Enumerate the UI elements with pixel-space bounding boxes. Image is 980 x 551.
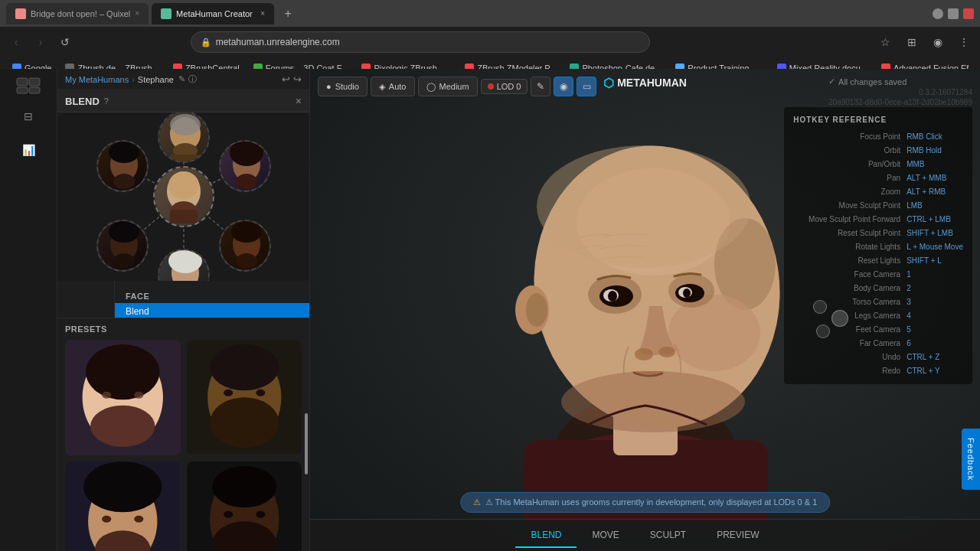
hotkey-key-focus: RMB Click [906,130,942,144]
preset-item-1[interactable] [65,340,181,455]
lod-label: LOD 0 [497,82,521,91]
blend-help-icon[interactable]: ? [104,96,109,106]
address-text: metahuman.unrealengine.com [216,37,340,47]
undo-btn[interactable]: ↩ [282,73,290,85]
breadcrumb-parent[interactable]: My MetaHumans [65,75,129,84]
botright-face-svg [220,221,271,272]
hotkey-key-sculpt-fwd: CTRL + LMB [906,213,951,227]
presets-header: PRESETS [57,318,309,337]
address-bar[interactable]: 🔒 metahuman.unrealengine.com [191,31,650,53]
extensions-btn[interactable]: ⊞ [902,32,922,52]
redo-btn[interactable]: ↪ [293,73,302,85]
svg-rect-1 [29,78,40,86]
character-svg [454,88,837,532]
grooms-warning: ⚠ ⚠ This MetaHuman uses grooms currently… [460,492,831,513]
edit-name-icon[interactable]: ✎ [178,74,185,84]
tab-metahuman[interactable]: MetaHuman Creator × [152,3,274,24]
info-icon[interactable]: ⓘ [188,73,197,85]
hotkey-label-pan: Pan [793,171,900,185]
tab-close-mh-btn[interactable]: × [260,9,265,18]
settings-btn[interactable]: ⋮ [954,32,974,52]
svg-point-31 [109,142,139,163]
main-viewport[interactable]: ⬡ METAHUMAN ● Studio ◈ Auto ◯ Medium LOD… [310,69,980,551]
lod-badge[interactable]: LOD 0 [481,79,528,94]
hotkey-face-cam: Face Camera 1 [793,268,963,282]
blend-title: BLEND [65,96,100,107]
svg-point-44 [256,390,265,396]
svg-point-41 [210,344,279,390]
blend-mode-header: BLEND ? × [57,90,309,112]
camera-dot-2[interactable] [831,310,848,327]
blend-canvas[interactable] [57,112,309,281]
hotkey-key-reset-lights: SHIFT + L [906,254,942,268]
sidebar-home-btn[interactable]: ⊟ [15,103,42,130]
wireframe-icon-btn[interactable]: ▭ [577,77,596,96]
blend-node-center[interactable] [153,166,214,227]
hotkey-focus-point: Focus Point RMB Click [793,130,963,144]
blend-node-bot-left[interactable] [96,220,149,272]
star-btn[interactable]: ☆ [876,32,896,52]
sculpt-icon-btn[interactable]: ✎ [531,77,550,96]
nav-blend[interactable]: Blend [115,303,309,318]
svg-point-50 [134,515,143,522]
medium-label: Medium [439,82,469,91]
presets-grid-container [57,337,309,551]
center-face-svg [161,170,207,223]
svg-rect-0 [17,78,28,86]
svg-point-92 [526,293,547,327]
auto-btn[interactable]: ◈ Auto [371,77,415,96]
tab-quixel[interactable]: Bridge dont open! – Quixel × [6,3,149,24]
camera-dot-3[interactable] [816,324,830,338]
medium-btn[interactable]: ◯ Medium [418,77,478,96]
forward-btn[interactable]: › [31,32,51,52]
svg-point-88 [683,289,691,298]
tab-close-btn[interactable]: × [135,9,139,18]
reload-btn[interactable]: ↺ [55,32,75,52]
hotkey-label-rotate-lights: Rotate Lights [793,240,900,254]
new-tab-btn[interactable]: + [277,3,299,24]
svg-point-11 [168,171,199,199]
panel-header: My MetaHumans › Stephane ✎ ⓘ ↩ ↪ [57,69,309,90]
app-sidebar: ⊟ 📊 [0,69,57,551]
preset-item-4[interactable] [187,461,302,552]
svg-rect-13 [170,210,198,223]
svg-point-55 [224,510,233,517]
hotkey-key-redo: CTRL + Y [906,364,940,378]
blend-node-top-left[interactable] [96,140,149,192]
tab-sculpt[interactable]: SCULPT [635,523,701,548]
panel-close-btn[interactable]: × [296,95,302,107]
warning-icon: ⚠ [473,497,481,507]
blend-node-top[interactable] [158,112,210,163]
tab-preview[interactable]: PREVIEW [701,523,774,548]
auto-icon: ◈ [379,82,385,92]
window-minimize-btn[interactable] [933,8,943,19]
hotkey-label-redo: Redo [793,364,900,378]
svg-point-23 [236,253,257,269]
window-maximize-btn[interactable] [948,8,959,19]
presets-scrollbar[interactable] [305,413,308,474]
tab-move[interactable]: MOVE [577,523,634,548]
hotkey-key-face-cam: 1 [906,268,911,282]
svg-point-38 [134,392,143,399]
studio-btn[interactable]: ● Studio [318,77,368,96]
svg-point-36 [90,406,155,447]
render-icon-btn[interactable]: ◉ [554,77,573,96]
breadcrumb: My MetaHumans › Stephane ✎ ⓘ [65,73,197,85]
hotkey-zoom: Zoom ALT + RMB [793,185,963,199]
svg-point-90 [658,347,675,357]
preset-item-2[interactable] [187,340,302,455]
back-btn[interactable]: ‹ [6,32,26,52]
preset-item-3[interactable] [65,461,181,552]
sidebar-chart-btn[interactable]: 📊 [15,136,42,164]
tab-blend[interactable]: BLEND [515,523,577,548]
hotkey-key-torso-cam: 3 [906,295,911,309]
hexagon-blend-container [92,112,276,281]
browser-controls: ‹ › ↺ 🔒 metahuman.unrealengine.com ☆ ⊞ ◉… [0,27,980,57]
profile-btn[interactable]: ◉ [928,32,948,52]
svg-point-43 [224,390,233,396]
window-close-btn[interactable] [963,8,974,19]
feedback-btn[interactable]: Feedback [962,429,980,490]
botleft-face-svg [98,221,149,272]
blend-node-bot-right[interactable] [219,220,271,272]
blend-node-top-right[interactable] [219,140,271,192]
